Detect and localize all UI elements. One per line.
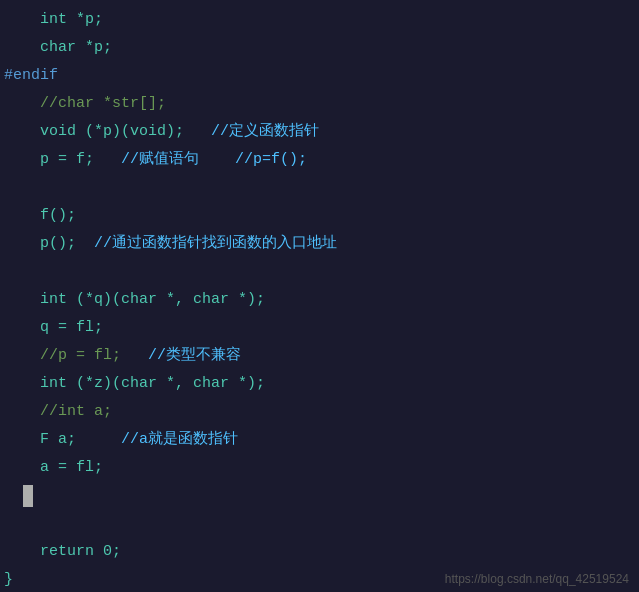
line-content-code: p = f; xyxy=(4,146,121,174)
line-content-code: //p = fl; xyxy=(4,342,148,370)
line-content-comment: //通过函数指针找到函数的入口地址 xyxy=(94,230,337,258)
code-line-8: f(); xyxy=(0,202,639,230)
code-line-2: char *p; xyxy=(0,34,639,62)
code-line-15: //int a; xyxy=(0,398,639,426)
watermark: https://blog.csdn.net/qq_42519524 xyxy=(445,572,629,586)
code-editor: int *p; char *p; #endif //char *str[]; v… xyxy=(0,0,639,592)
line-content: char *p; xyxy=(4,34,112,62)
code-line-10 xyxy=(0,258,639,286)
code-line-18 xyxy=(0,482,639,510)
line-content: return 0; xyxy=(4,538,121,566)
line-content: q = fl; xyxy=(4,314,103,342)
code-line-5: void (*p)(void); //定义函数指针 xyxy=(0,118,639,146)
line-content: //int a; xyxy=(4,398,112,426)
line-content-comment: //类型不兼容 xyxy=(148,342,241,370)
line-content-code: F a; xyxy=(4,426,121,454)
line-content: int (*z)(char *, char *); xyxy=(4,370,265,398)
code-line-6: p = f; //赋值语句 //p=f(); xyxy=(0,146,639,174)
line-content-comment: //a就是函数指针 xyxy=(121,426,238,454)
line-content: int *p; xyxy=(4,6,103,34)
line-content: //char *str[]; xyxy=(4,90,166,118)
code-line-20: return 0; xyxy=(0,538,639,566)
code-line-4: //char *str[]; xyxy=(0,90,639,118)
code-line-3: #endif xyxy=(0,62,639,90)
code-line-11: int (*q)(char *, char *); xyxy=(0,286,639,314)
line-content: f(); xyxy=(4,202,76,230)
line-content-comment: //定义函数指针 xyxy=(211,118,319,146)
code-line-7 xyxy=(0,174,639,202)
code-line-17: a = fl; xyxy=(0,454,639,482)
code-line-1: int *p; xyxy=(0,6,639,34)
line-content: int (*q)(char *, char *); xyxy=(4,286,265,314)
text-cursor xyxy=(23,485,33,507)
line-content: #endif xyxy=(4,62,58,90)
line-content xyxy=(4,174,13,202)
code-line-13: //p = fl; //类型不兼容 xyxy=(0,342,639,370)
code-line-19 xyxy=(0,510,639,538)
code-line-16: F a; //a就是函数指针 xyxy=(0,426,639,454)
line-content: } xyxy=(4,566,13,592)
code-line-9: p(); //通过函数指针找到函数的入口地址 xyxy=(0,230,639,258)
code-line-14: int (*z)(char *, char *); xyxy=(0,370,639,398)
line-content-comment: //赋值语句 //p=f(); xyxy=(121,146,307,174)
line-content-code: void (*p)(void); xyxy=(4,118,211,146)
line-content: a = fl; xyxy=(4,454,103,482)
line-content-code: p(); xyxy=(4,230,94,258)
line-content xyxy=(4,510,13,538)
line-content xyxy=(4,482,22,510)
line-content xyxy=(4,258,13,286)
code-line-12: q = fl; xyxy=(0,314,639,342)
